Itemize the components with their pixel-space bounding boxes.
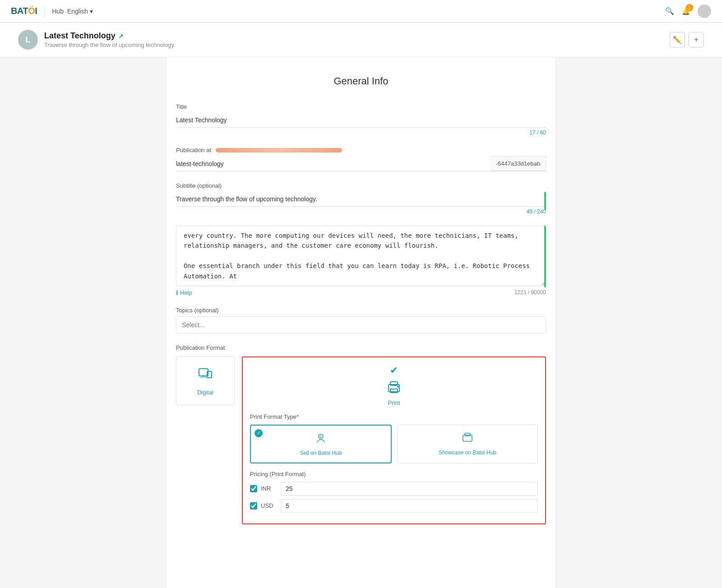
subtitle-group: Subtitle (optional) 49 / 240 [176,182,546,215]
notification-badge: 1 [686,4,693,11]
usd-currency: USD [261,502,277,509]
svg-rect-1 [201,376,206,377]
publication-avatar: L [18,30,38,50]
help-icon: ℹ [176,289,178,296]
format-options: Digital ✔ Print [176,357,546,524]
page-header: L Latest Technology ↗ Traverse through t… [0,23,722,57]
print-panel-top: ✔ Print [250,365,538,406]
sell-label: Sell on Batoi Hub [300,450,342,456]
subtitle-indicator [544,192,546,210]
chevron-down-icon: ▾ [90,8,93,15]
help-label: Help [180,289,192,296]
sell-type-card[interactable]: ✓ $ Sell on Batoi Hub [250,425,392,463]
logo-text: BATÖI [11,6,37,16]
pricing-section: Pricing (Print Format) INR USD [250,471,538,513]
print-types: ✓ $ Sell on Batoi Hub [250,425,538,463]
pub-url-row: -6447a33d1ebab [176,156,546,171]
section-title: General Info [176,75,546,87]
nav-hub: Hub [52,8,64,15]
desc-wrapper: every country. The more computing our de… [176,226,546,287]
logo: BATÖI [11,6,37,16]
showcase-icon [461,431,474,447]
pub-subtitle: Traverse through the flow of upcoming te… [44,42,176,48]
svg-point-7 [397,386,399,388]
print-panel: ✔ Print Print Format Type* [242,357,546,524]
edit-button[interactable]: ✏️ [670,32,685,47]
title-label: Title [176,103,546,110]
svg-rect-11 [465,433,470,436]
navbar: BATÖI Hub English ▾ 🔍 🔔 1 [0,0,722,23]
digital-icon [197,366,213,385]
subtitle-label: Subtitle (optional) [176,182,546,189]
svg-rect-2 [200,377,207,378]
add-button[interactable]: + [689,32,704,47]
pub-at-row: Publication at [176,147,546,153]
pub-at-label: Publication at [176,147,211,153]
pub-at-bar [216,148,342,153]
format-label: Publication Format [176,344,546,351]
publication-at-group: Publication at -6447a33d1ebab [176,147,546,171]
publication-format-group: Publication Format Digital ✔ [176,344,546,524]
sell-icon: $ [315,432,327,447]
search-icon[interactable]: 🔍 [665,7,674,15]
subtitle-char-count: 49 / 240 [176,208,546,215]
desc-indicator [544,226,546,287]
usd-input[interactable] [281,499,538,513]
subtitle-wrapper [176,192,546,207]
pricing-label: Pricing (Print Format) [250,471,538,477]
print-label: Print [388,399,400,406]
topics-group: Topics (optional) [176,307,546,333]
pub-url-input[interactable] [176,156,491,171]
nav-lang-label: English [67,8,88,15]
topics-input[interactable] [176,316,546,333]
usd-checkbox[interactable] [250,502,257,509]
pub-external-link-icon[interactable]: ↗ [118,32,124,40]
svg-text:$: $ [319,435,322,439]
title-group: Title 17 / 60 [176,103,546,136]
pub-title: Latest Technology ↗ [44,31,176,41]
page-header-actions: ✏️ + [670,32,704,47]
navbar-right: 🔍 🔔 1 [665,5,711,18]
showcase-type-card[interactable]: Showcase on Batoi Hub [397,425,538,463]
pub-title-text: Latest Technology [44,31,116,41]
page-header-left: L Latest Technology ↗ Traverse through t… [18,30,176,50]
desc-footer: ℹ Help 1221 / 90000 [176,289,546,296]
description-textarea[interactable]: every country. The more computing our de… [176,226,546,286]
digital-label: Digital [197,389,213,396]
desc-char-count: 1221 / 90000 [514,289,546,296]
main-content: General Info Title 17 / 60 Publication a… [167,57,555,588]
inr-pricing-row: INR [250,482,538,495]
print-type-label: Print Format Type* [250,413,538,420]
print-icon [386,379,402,397]
pub-url-suffix: -6447a33d1ebab [491,156,546,171]
nav-divider [44,6,45,17]
topics-label: Topics (optional) [176,307,546,314]
inr-input[interactable] [281,482,538,495]
avatar-letter: L [26,35,31,45]
pub-info: Latest Technology ↗ Traverse through the… [44,31,176,48]
showcase-label: Showcase on Batoi Hub [439,449,496,456]
sell-check-icon: ✓ [255,429,263,437]
title-char-count: 17 / 60 [176,130,546,136]
digital-format-card[interactable]: Digital [176,357,235,405]
subtitle-input[interactable] [176,192,546,207]
usd-pricing-row: USD [250,499,538,513]
avatar[interactable] [698,5,711,18]
help-link[interactable]: ℹ Help [176,289,192,296]
nav-lang[interactable]: English ▾ [67,8,93,15]
print-format-type-section: Print Format Type* ✓ $ [250,413,538,513]
description-group: every country. The more computing our de… [176,226,546,296]
notification-icon[interactable]: 🔔 1 [681,7,690,15]
print-check-icon: ✔ [390,365,398,376]
inr-checkbox[interactable] [250,485,257,492]
title-input[interactable] [176,113,546,128]
inr-currency: INR [261,485,277,492]
